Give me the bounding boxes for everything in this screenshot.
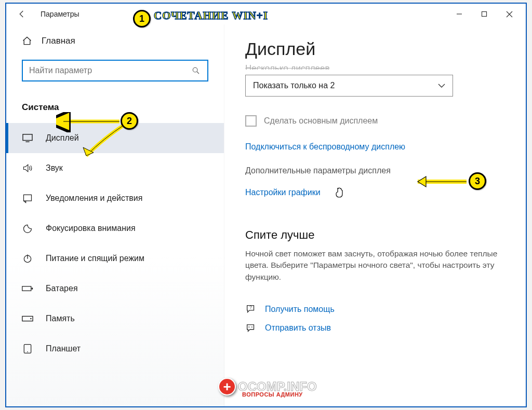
chevron-down-icon xyxy=(438,83,445,88)
svg-point-17 xyxy=(251,327,252,328)
sidebar-item-tablet[interactable]: Планшет xyxy=(6,334,224,364)
get-help-link[interactable]: ? Получить помощь xyxy=(245,304,505,315)
svg-line-3 xyxy=(197,72,199,74)
sidebar-item-power[interactable]: Питание и спящий режим xyxy=(6,243,224,274)
back-button[interactable] xyxy=(14,6,30,22)
search-field[interactable] xyxy=(29,66,201,75)
maximize-button[interactable] xyxy=(472,5,497,23)
sleep-better-heading: Спите лучше xyxy=(245,228,505,242)
get-help-label: Получить помощь xyxy=(265,305,335,314)
section-label-truncated: Несколько дисплеев xyxy=(245,63,505,70)
watermark: + OCOMP.INFO ВОПРОСЫ АДМИНУ xyxy=(218,378,317,395)
sidebar-item-focus[interactable]: Фокусировка внимания xyxy=(6,213,224,243)
sidebar-item-label: Звук xyxy=(46,163,63,173)
make-main-display-checkbox: Сделать основным дисплеем xyxy=(245,115,505,127)
sidebar: Главная Система Дисплей Звук xyxy=(6,24,224,406)
cursor-icon xyxy=(335,187,344,198)
svg-rect-6 xyxy=(24,195,32,201)
close-button[interactable] xyxy=(497,5,522,23)
tablet-icon xyxy=(22,344,33,354)
svg-rect-10 xyxy=(32,288,33,289)
svg-rect-4 xyxy=(23,134,32,141)
page-heading: Дисплей xyxy=(245,39,505,59)
annotation-arrow-3 xyxy=(409,174,472,190)
sidebar-item-label: Планшет xyxy=(46,344,81,353)
sidebar-item-label: Питание и спящий режим xyxy=(46,254,144,263)
svg-point-14 xyxy=(27,351,28,352)
svg-rect-1 xyxy=(482,12,487,17)
send-feedback-link[interactable]: Отправить отзыв xyxy=(245,322,505,334)
sidebar-item-label: Уведомления и действия xyxy=(46,194,142,203)
checkbox-label: Сделать основным дисплеем xyxy=(264,116,378,126)
sound-icon xyxy=(22,163,33,173)
svg-point-16 xyxy=(248,327,249,328)
sidebar-item-battery[interactable]: Батарея xyxy=(6,274,224,304)
home-link[interactable]: Главная xyxy=(6,30,224,52)
display-icon xyxy=(22,133,33,143)
send-feedback-label: Отправить отзыв xyxy=(265,323,331,333)
svg-rect-9 xyxy=(22,286,31,291)
sidebar-item-notifications[interactable]: Уведомления и действия xyxy=(6,183,224,213)
search-icon xyxy=(192,66,200,75)
window-title: Параметры xyxy=(41,10,79,18)
svg-point-12 xyxy=(30,318,32,320)
sleep-better-text: Ночной свет поможет вам заснуть, отображ… xyxy=(245,248,505,283)
home-icon xyxy=(22,36,32,46)
feedback-icon xyxy=(245,322,257,334)
notifications-icon xyxy=(22,193,33,203)
svg-text:?: ? xyxy=(249,305,252,310)
dropdown-value: Показать только на 2 xyxy=(253,81,335,90)
annotation-badge-2: 2 xyxy=(121,112,138,130)
search-input[interactable] xyxy=(22,60,208,81)
sidebar-item-label: Батарея xyxy=(46,284,78,293)
annotation-badge-1: 1 xyxy=(133,10,151,28)
annotation-badge-3: 3 xyxy=(469,172,486,190)
focus-icon xyxy=(22,223,33,234)
checkbox-box xyxy=(245,115,257,127)
storage-icon xyxy=(22,316,33,322)
power-icon xyxy=(22,253,33,264)
watermark-plus-icon: + xyxy=(218,378,236,395)
help-chat-icon: ? xyxy=(245,304,257,315)
battery-icon xyxy=(22,285,33,292)
svg-point-2 xyxy=(193,67,197,72)
main-pane: Дисплей Несколько дисплеев Показать толь… xyxy=(224,24,526,406)
settings-window: Параметры Главная xyxy=(5,3,527,407)
sidebar-item-storage[interactable]: Память xyxy=(6,304,224,334)
watermark-sub: ВОПРОСЫ АДМИНУ xyxy=(242,391,303,398)
wireless-display-link[interactable]: Подключиться к беспроводному дисплею xyxy=(245,142,505,152)
minimize-button[interactable] xyxy=(447,5,472,23)
sidebar-item-label: Память xyxy=(46,314,75,323)
sidebar-item-label: Фокусировка внимания xyxy=(46,224,136,233)
annotation-text: СОЧЕТАНИЕ WIN+I xyxy=(154,9,268,22)
multiple-displays-dropdown[interactable]: Показать только на 2 xyxy=(245,75,453,97)
home-label: Главная xyxy=(42,36,75,46)
